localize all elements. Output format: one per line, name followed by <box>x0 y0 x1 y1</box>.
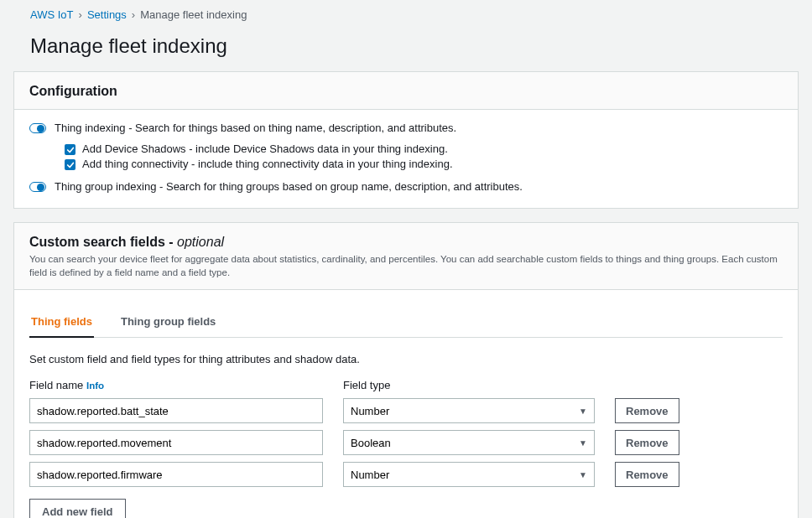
chevron-right-icon: › <box>132 8 135 21</box>
thing-indexing-label: Thing indexing - Search for things based… <box>55 122 456 134</box>
group-indexing-label: Thing group indexing - Search for thing … <box>55 180 523 193</box>
tab-thing-fields[interactable]: Thing fields <box>29 307 94 338</box>
add-connectivity-checkbox[interactable] <box>65 159 75 170</box>
field-name-input[interactable] <box>29 398 323 423</box>
field-type-select[interactable]: Number ▼ <box>343 462 595 487</box>
caret-down-icon: ▼ <box>579 470 587 479</box>
field-type-select[interactable]: Boolean ▼ <box>343 430 595 455</box>
add-new-field-button[interactable]: Add new field <box>29 499 126 518</box>
group-indexing-toggle[interactable] <box>29 182 46 192</box>
field-row: Boolean ▼ Remove <box>29 430 783 455</box>
field-type-select[interactable]: Number ▼ <box>343 398 595 423</box>
remove-field-button[interactable]: Remove <box>615 430 679 455</box>
field-name-label: Field name <box>29 379 83 391</box>
thing-indexing-toggle[interactable] <box>29 123 46 133</box>
breadcrumb-settings-link[interactable]: Settings <box>87 8 127 21</box>
add-shadows-label: Add Device Shadows - include Device Shad… <box>82 142 448 155</box>
add-shadows-checkbox[interactable] <box>65 144 75 155</box>
caret-down-icon: ▼ <box>579 407 587 416</box>
custom-fields-panel: Custom search fields - optional You can … <box>13 222 799 518</box>
page-title: Manage fleet indexing <box>30 34 799 58</box>
configuration-panel: Configuration Thing indexing - Search fo… <box>13 71 799 209</box>
chevron-right-icon: › <box>79 8 82 21</box>
tab-thing-group-fields[interactable]: Thing group fields <box>119 307 217 337</box>
field-type-label: Field type <box>343 379 390 391</box>
breadcrumb: AWS IoT › Settings › Manage fleet indexi… <box>13 8 799 28</box>
field-row: Number ▼ Remove <box>29 462 783 487</box>
breadcrumb-root-link[interactable]: AWS IoT <box>30 8 74 21</box>
field-name-input[interactable] <box>29 430 323 455</box>
optional-tag: optional <box>177 235 224 249</box>
caret-down-icon: ▼ <box>579 438 587 448</box>
field-name-input[interactable] <box>29 462 323 487</box>
thing-fields-desc: Set custom field and field types for thi… <box>29 353 783 365</box>
custom-fields-tabs: Thing fields Thing group fields <box>29 307 783 338</box>
remove-field-button[interactable]: Remove <box>615 462 679 487</box>
custom-fields-heading: Custom search fields - optional <box>29 235 783 250</box>
field-name-info-link[interactable]: Info <box>86 381 104 391</box>
remove-field-button[interactable]: Remove <box>615 398 679 423</box>
field-row: Number ▼ Remove <box>29 398 783 423</box>
add-connectivity-label: Add thing connectivity - include thing c… <box>82 158 453 170</box>
breadcrumb-current: Manage fleet indexing <box>140 8 247 21</box>
configuration-heading: Configuration <box>29 84 783 99</box>
custom-fields-desc: You can search your device fleet for agg… <box>29 253 783 279</box>
